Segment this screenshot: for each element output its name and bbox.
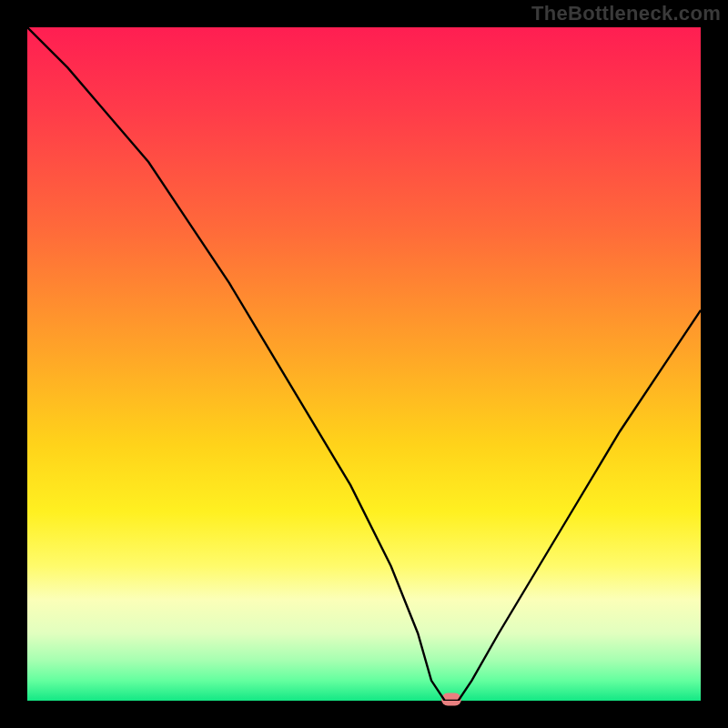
- attribution-label: TheBottleneck.com: [531, 2, 721, 25]
- plot-area: [27, 27, 701, 701]
- chart-frame: TheBottleneck.com: [0, 0, 728, 728]
- bottleneck-curve: [27, 27, 701, 701]
